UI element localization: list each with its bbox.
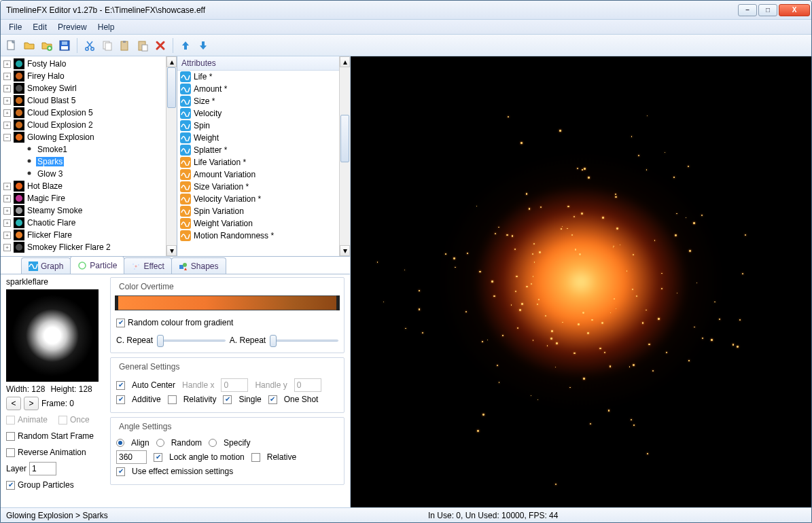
expand-icon[interactable]: + — [3, 122, 11, 129]
a-repeat-slider[interactable] — [270, 333, 338, 347]
animate-checkbox[interactable] — [6, 416, 15, 425]
minimize-button[interactable]: – — [738, 4, 757, 16]
expand-icon[interactable]: − — [3, 134, 11, 141]
expand-icon[interactable]: + — [3, 219, 11, 227]
paste-special-icon[interactable] — [135, 37, 151, 54]
random-radio[interactable] — [156, 439, 164, 447]
attribute-row[interactable]: Life * — [177, 71, 339, 83]
attribute-row[interactable]: Spin — [177, 120, 339, 132]
color-gradient[interactable] — [116, 295, 338, 310]
menu-preview[interactable]: Preview — [52, 21, 92, 33]
paste-icon[interactable] — [117, 37, 133, 54]
tab-graph[interactable]: Graph — [21, 257, 71, 274]
expand-icon[interactable]: + — [3, 183, 11, 190]
tab-shapes[interactable]: Shapes — [171, 257, 226, 274]
group-particles-checkbox[interactable] — [6, 481, 15, 490]
tree-item[interactable]: +Flicker Flare — [3, 229, 166, 241]
expand-icon[interactable]: + — [3, 97, 11, 105]
attributes-list[interactable]: Attributes Life *Amount *Size *VelocityS… — [177, 56, 339, 256]
attributes-scrollbar[interactable]: ▴ ▾ — [339, 56, 350, 256]
random-start-checkbox[interactable] — [6, 432, 15, 441]
expand-icon[interactable]: + — [3, 85, 11, 92]
prev-frame-button[interactable]: < — [6, 397, 21, 410]
attribute-row[interactable]: Life Variation * — [177, 156, 339, 168]
attribute-row[interactable]: Velocity Variation * — [177, 193, 339, 205]
next-frame-button[interactable]: > — [24, 397, 39, 410]
single-checkbox[interactable] — [223, 395, 232, 404]
scroll-down-icon[interactable]: ▾ — [340, 245, 350, 256]
menu-file[interactable]: File — [3, 21, 27, 33]
attribute-row[interactable]: Splatter * — [177, 144, 339, 156]
use-effect-checkbox[interactable] — [116, 467, 125, 476]
attribute-row[interactable]: Velocity — [177, 107, 339, 120]
expand-icon[interactable]: + — [3, 232, 11, 239]
effects-tree[interactable]: +Fosty Halo+Firey Halo+Smokey Swirl+Clou… — [1, 56, 166, 256]
expand-icon[interactable]: + — [3, 207, 11, 215]
tab-effect[interactable]: Effect — [124, 257, 171, 274]
tree-item[interactable]: +Smokey Swirl — [3, 82, 166, 94]
scroll-up-icon[interactable]: ▴ — [166, 56, 177, 67]
tree-item[interactable]: +Cloud Blast 5 — [3, 94, 166, 107]
save-icon[interactable] — [56, 37, 73, 54]
tree-item[interactable]: +Hot Blaze — [3, 180, 166, 192]
auto-center-checkbox[interactable] — [116, 381, 125, 390]
angle-input[interactable] — [116, 450, 147, 464]
menu-help[interactable]: Help — [92, 21, 120, 33]
tree-item[interactable]: +Magic Fire — [3, 192, 166, 204]
tree-item[interactable]: −Glowing Explosion — [3, 131, 166, 143]
scrollbar-thumb[interactable] — [167, 67, 176, 108]
attribute-row[interactable]: Amount Variation — [177, 168, 339, 181]
new-icon[interactable] — [3, 37, 20, 54]
menu-edit[interactable]: Edit — [27, 21, 52, 33]
tree-item[interactable]: +Firey Halo — [3, 70, 166, 82]
tree-child-item[interactable]: Sparks — [3, 156, 166, 168]
attribute-row[interactable]: Amount * — [177, 83, 339, 95]
attribute-row[interactable]: Weight Variation — [177, 217, 339, 230]
reverse-checkbox[interactable] — [6, 448, 15, 457]
expand-icon[interactable]: + — [3, 60, 11, 68]
tree-item[interactable]: +Cloud Explosion 5 — [3, 107, 166, 119]
tree-item[interactable]: +Smokey Flicker Flare 2 — [3, 241, 166, 253]
tree-child-item[interactable]: Glow 3 — [3, 168, 166, 180]
relativity-checkbox[interactable] — [168, 395, 177, 404]
delete-icon[interactable] — [152, 37, 169, 54]
relative-checkbox[interactable] — [251, 453, 260, 462]
move-down-icon[interactable] — [195, 37, 211, 54]
tree-item[interactable]: +Cloud Explosion 2 — [3, 119, 166, 131]
maximize-button[interactable]: □ — [758, 4, 777, 16]
tree-item[interactable]: +Fosty Halo — [3, 58, 166, 70]
expand-icon[interactable]: + — [3, 109, 11, 117]
once-checkbox[interactable] — [58, 416, 67, 425]
expand-icon[interactable]: + — [3, 244, 11, 251]
shape-preview[interactable] — [6, 289, 99, 382]
tree-item[interactable]: +Steamy Smoke — [3, 204, 166, 217]
scroll-up-icon[interactable]: ▴ — [340, 56, 350, 67]
tree-item[interactable]: +Chaotic Flare — [3, 217, 166, 229]
expand-icon[interactable]: + — [3, 195, 11, 202]
slider-thumb[interactable] — [270, 335, 277, 347]
cut-icon[interactable] — [82, 37, 98, 54]
additive-checkbox[interactable] — [116, 395, 125, 404]
align-radio[interactable] — [116, 439, 124, 447]
copy-icon[interactable] — [99, 37, 116, 54]
specify-radio[interactable] — [209, 439, 217, 447]
attribute-row[interactable]: Motion Randomness * — [177, 230, 339, 242]
scrollbar-thumb[interactable] — [340, 115, 349, 162]
lock-angle-checkbox[interactable] — [154, 453, 162, 462]
tree-scrollbar[interactable]: ▴ ▾ — [166, 56, 177, 256]
folder-add-icon[interactable] — [39, 37, 55, 54]
attribute-row[interactable]: Spin Variation — [177, 205, 339, 217]
layer-input[interactable] — [29, 462, 56, 475]
slider-thumb[interactable] — [157, 335, 164, 347]
attribute-row[interactable]: Size Variation * — [177, 181, 339, 193]
close-button[interactable]: X — [779, 4, 810, 16]
attribute-row[interactable]: Weight — [177, 132, 339, 144]
tree-child-item[interactable]: Smoke1 — [3, 143, 166, 156]
random-gradient-checkbox[interactable] — [116, 319, 125, 327]
attribute-row[interactable]: Size * — [177, 95, 339, 107]
preview-viewport[interactable] — [351, 56, 811, 507]
open-icon[interactable] — [21, 37, 37, 54]
scroll-down-icon[interactable]: ▾ — [166, 245, 177, 256]
move-up-icon[interactable] — [177, 37, 194, 54]
tab-particle[interactable]: Particle — [70, 256, 124, 274]
